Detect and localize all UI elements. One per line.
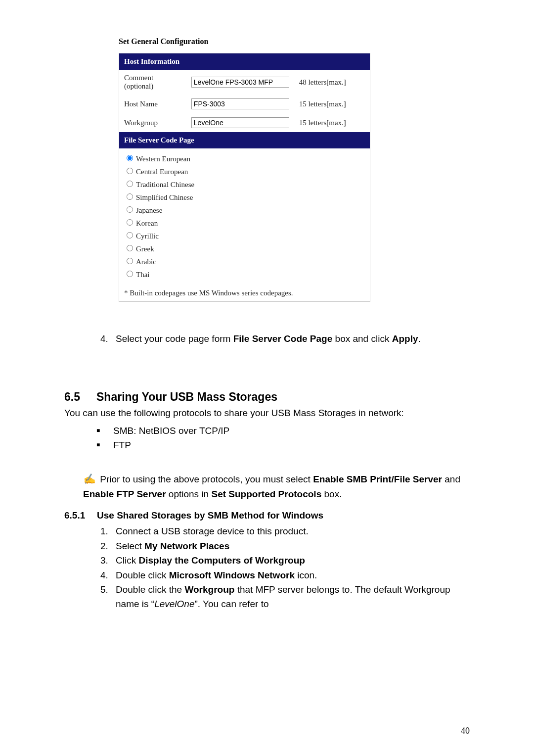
codepage-header: File Server Code Page: [119, 132, 370, 148]
page-number: 40: [461, 726, 470, 736]
codepage-option[interactable]: Korean: [124, 217, 365, 230]
hostname-label: Host Name: [119, 94, 186, 113]
smb-steps-list: Connect a USB storage device to this pro…: [91, 524, 470, 612]
note-block: ✍ Prior to using the above protocols, yo…: [83, 472, 470, 501]
table-row: Workgroup 15 letters[max.]: [119, 113, 370, 132]
smb-step-4: Double click Microsoft Windows Network i…: [111, 568, 470, 582]
note-text-c: options in: [166, 489, 212, 499]
section-6-5-heading: 6.5Sharing Your USB Mass Storages: [64, 390, 470, 404]
config-heading: Set General Configuration: [119, 37, 370, 46]
codepage-radio[interactable]: [127, 271, 133, 277]
step4-text-c: .: [418, 333, 420, 344]
section-6-5-1-title: Use Shared Storages by SMB Method for Wi…: [97, 510, 323, 520]
hostname-input[interactable]: [191, 98, 289, 109]
config-screenshot: Set General Configuration Host Informati…: [119, 37, 370, 302]
codepage-option[interactable]: Thai: [124, 268, 365, 281]
codepage-option[interactable]: Greek: [124, 242, 365, 255]
codepage-radio[interactable]: [127, 181, 133, 187]
codepage-radio[interactable]: [127, 168, 133, 174]
host-info-table: Host Information Comment (optional) 48 l…: [119, 53, 370, 302]
s5e: ”. You can refer to: [194, 599, 268, 609]
section-6-5-intro: You can use the following protocols to s…: [64, 406, 470, 420]
codepage-option[interactable]: Central European: [124, 165, 365, 178]
workgroup-hint: 15 letters[max.]: [294, 113, 370, 132]
s5d: LevelOne: [154, 599, 194, 609]
codepage-footnote: * Built-in codepages use MS Windows seri…: [119, 285, 370, 302]
section-6-5-number: 6.5: [64, 390, 96, 404]
s5b: Workgroup: [184, 584, 234, 595]
host-info-header: Host Information: [119, 53, 370, 70]
s4a: Double click: [116, 570, 169, 580]
note-bold-3: Set Supported Protocols: [211, 489, 321, 499]
note-text-a: Prior to using the above protocols, you …: [100, 474, 313, 484]
note-bold-2: Enable FTP Server: [83, 489, 166, 499]
s3b: Display the Computers of Workgroup: [138, 555, 305, 566]
step-4: Select your code page form File Server C…: [111, 331, 470, 346]
s2a: Select: [116, 541, 144, 551]
codepage-option[interactable]: Traditional Chinese: [124, 178, 365, 191]
protocol-bullet-list: SMB: NetBIOS over TCP/IP FTP: [96, 424, 470, 453]
hostname-hint: 15 letters[max.]: [294, 94, 370, 113]
workgroup-label: Workgroup: [119, 113, 186, 132]
note-bold-1: Enable SMB Print/File Server: [313, 474, 442, 484]
step4-bold-2: Apply: [392, 333, 418, 344]
codepage-radio[interactable]: [127, 206, 133, 213]
s5a: Double click the: [116, 584, 184, 595]
smb-step-3: Click Display the Computers of Workgroup: [111, 553, 470, 567]
codepage-option[interactable]: Japanese: [124, 204, 365, 217]
table-row: Host Name 15 letters[max.]: [119, 94, 370, 113]
workgroup-input[interactable]: [191, 117, 289, 128]
comment-hint: 48 letters[max.]: [294, 70, 370, 94]
codepage-option[interactable]: Arabic: [124, 255, 365, 268]
codepage-option[interactable]: Cyrillic: [124, 230, 365, 242]
codepage-radio[interactable]: [127, 245, 133, 251]
smb-step-2: Select My Network Places: [111, 539, 470, 553]
codepage-radio[interactable]: [127, 258, 133, 264]
step4-bold-1: File Server Code Page: [233, 333, 333, 344]
step4-text-b: box and click: [332, 333, 392, 344]
codepage-option[interactable]: Western European: [124, 152, 365, 165]
bullet-smb: SMB: NetBIOS over TCP/IP: [96, 424, 470, 438]
hand-icon: ✍: [83, 471, 96, 487]
note-text-d: box.: [321, 489, 342, 499]
codepage-radio[interactable]: [127, 219, 133, 226]
codepage-radio-group: Western EuropeanCentral EuropeanTraditio…: [119, 148, 370, 285]
section-6-5-1-heading: 6.5.1Use Shared Storages by SMB Method f…: [64, 510, 470, 521]
comment-input[interactable]: [191, 77, 289, 88]
codepage-option[interactable]: Simplified Chinese: [124, 191, 365, 204]
step4-text-a: Select your code page form: [116, 333, 233, 344]
codepage-radio[interactable]: [127, 193, 133, 200]
codepage-radio[interactable]: [127, 155, 133, 161]
note-text-b: and: [442, 474, 460, 484]
smb-step-5: Double click the Workgroup that MFP serv…: [111, 582, 470, 612]
smb-step-1: Connect a USB storage device to this pro…: [111, 524, 470, 538]
table-row: Comment (optional) 48 letters[max.]: [119, 70, 370, 94]
comment-label: Comment (optional): [119, 70, 186, 94]
bullet-ftp: FTP: [96, 438, 470, 452]
s2b: My Network Places: [144, 541, 229, 551]
s4b: Microsoft Windows Network: [169, 570, 295, 580]
section-6-5-title: Sharing Your USB Mass Storages: [96, 390, 277, 403]
section-6-5-1-number: 6.5.1: [64, 510, 97, 521]
codepage-radio[interactable]: [127, 232, 133, 238]
s3a: Click: [116, 555, 138, 566]
s4c: icon.: [295, 570, 317, 580]
step-list-4: Select your code page form File Server C…: [91, 331, 470, 346]
